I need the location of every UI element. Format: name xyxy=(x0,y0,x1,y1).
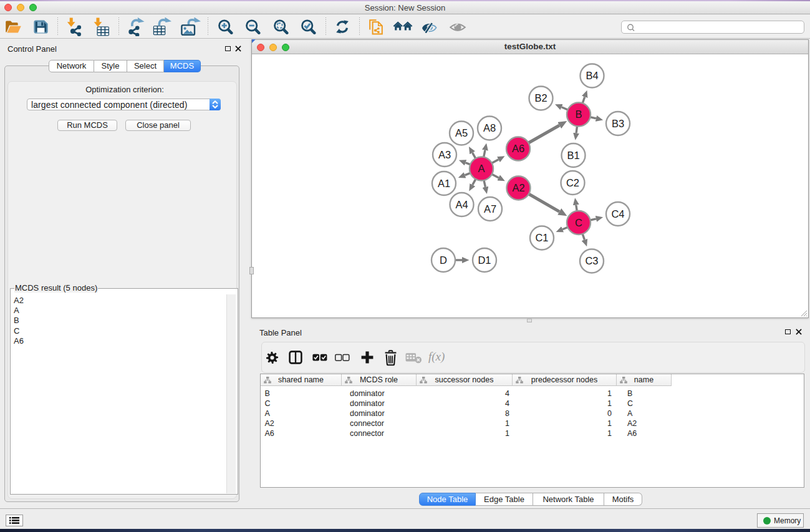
svg-text:D1: D1 xyxy=(478,254,491,266)
svg-text:B4: B4 xyxy=(586,70,598,81)
svg-text:A2: A2 xyxy=(512,182,524,193)
svg-text:B1: B1 xyxy=(567,150,579,161)
svg-text:C3: C3 xyxy=(585,255,598,266)
svg-text:A6: A6 xyxy=(512,143,524,154)
svg-text:A7: A7 xyxy=(484,203,496,215)
svg-text:B3: B3 xyxy=(612,118,624,129)
svg-text:A8: A8 xyxy=(483,122,496,133)
svg-text:C1: C1 xyxy=(535,232,548,243)
svg-text:C: C xyxy=(575,217,582,228)
svg-text:C2: C2 xyxy=(566,177,579,188)
svg-text:B2: B2 xyxy=(534,92,547,104)
svg-text:B: B xyxy=(575,109,582,120)
svg-text:A3: A3 xyxy=(438,149,451,160)
svg-text:A1: A1 xyxy=(438,178,450,189)
svg-text:C4: C4 xyxy=(611,208,624,220)
svg-text:A5: A5 xyxy=(455,127,468,138)
svg-text:A: A xyxy=(478,163,485,174)
svg-text:A4: A4 xyxy=(455,199,468,210)
svg-text:D: D xyxy=(440,254,447,266)
